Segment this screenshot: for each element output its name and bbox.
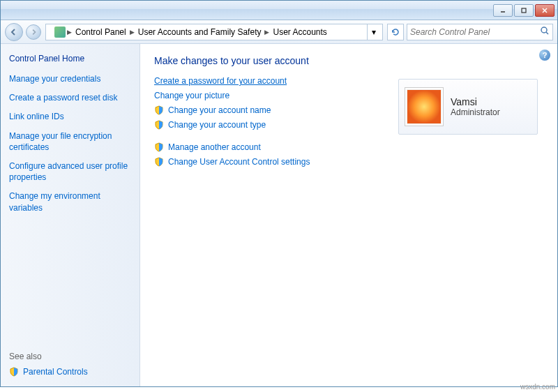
svg-line-5 — [546, 32, 548, 34]
parental-controls-label: Parental Controls — [23, 367, 88, 377]
breadcrumb-item[interactable]: User Accounts and Family Safety — [136, 27, 264, 37]
watermark: wsxdn.com — [520, 383, 555, 391]
shield-icon — [154, 142, 164, 152]
secondary-actions: Manage another account Change User Accou… — [154, 142, 543, 167]
sidebar: Control Panel Home Manage your credentia… — [1, 44, 140, 386]
svg-rect-1 — [522, 8, 526, 13]
user-card: Vamsi Administrator — [398, 79, 538, 135]
sidebar-link[interactable]: Create a password reset disk — [9, 92, 131, 103]
uac-settings-link[interactable]: Change User Account Control settings — [154, 157, 543, 167]
page-heading: Make changes to your user account — [154, 55, 543, 66]
user-avatar[interactable] — [405, 87, 444, 126]
control-panel-home-link[interactable]: Control Panel Home — [9, 54, 131, 63]
shield-icon — [154, 157, 164, 167]
breadcrumb-item[interactable]: User Accounts — [271, 27, 329, 37]
breadcrumb-item[interactable]: Control Panel — [73, 27, 128, 37]
shield-icon — [9, 367, 19, 377]
flower-icon — [407, 89, 442, 124]
navbar: ▶ Control Panel ▶ User Accounts and Fami… — [1, 20, 557, 44]
maximize-button[interactable] — [514, 4, 534, 17]
user-role: Administrator — [451, 107, 500, 117]
body: Control Panel Home Manage your credentia… — [1, 44, 557, 386]
chevron-right-icon[interactable]: ▶ — [128, 29, 136, 36]
back-button[interactable] — [5, 23, 23, 41]
sidebar-link[interactable]: Change my environment variables — [9, 190, 131, 213]
refresh-button[interactable] — [387, 24, 404, 40]
manage-another-link[interactable]: Manage another account — [154, 142, 543, 152]
shield-icon — [154, 120, 164, 130]
sidebar-link[interactable]: Manage your credentials — [9, 73, 131, 84]
search-input[interactable] — [410, 27, 540, 37]
titlebar — [1, 1, 557, 20]
sidebar-link[interactable]: Link online IDs — [9, 111, 131, 122]
chevron-right-icon[interactable]: ▶ — [66, 29, 73, 36]
parental-controls-link[interactable]: Parental Controls — [9, 367, 131, 377]
content-area: ? Make changes to your user account Crea… — [140, 44, 557, 386]
search-icon[interactable] — [540, 26, 550, 38]
control-panel-window: ▶ Control Panel ▶ User Accounts and Fami… — [0, 0, 558, 387]
user-name: Vamsi — [451, 96, 500, 107]
sidebar-link[interactable]: Configure advanced user profile properti… — [9, 160, 131, 183]
search-box[interactable] — [407, 24, 553, 40]
svg-point-4 — [541, 27, 547, 33]
close-button[interactable] — [535, 4, 555, 17]
address-bar[interactable]: ▶ Control Panel ▶ User Accounts and Fami… — [45, 24, 383, 40]
forward-button[interactable] — [26, 24, 41, 40]
shield-icon — [154, 105, 164, 115]
minimize-button[interactable] — [493, 4, 513, 17]
help-icon[interactable]: ? — [539, 50, 550, 61]
sidebar-link[interactable]: Manage your file encryption certificates — [9, 130, 131, 153]
see-also-heading: See also — [9, 352, 131, 361]
chevron-right-icon[interactable]: ▶ — [263, 29, 271, 36]
address-dropdown[interactable]: ▾ — [367, 24, 379, 40]
control-panel-icon — [54, 27, 66, 38]
